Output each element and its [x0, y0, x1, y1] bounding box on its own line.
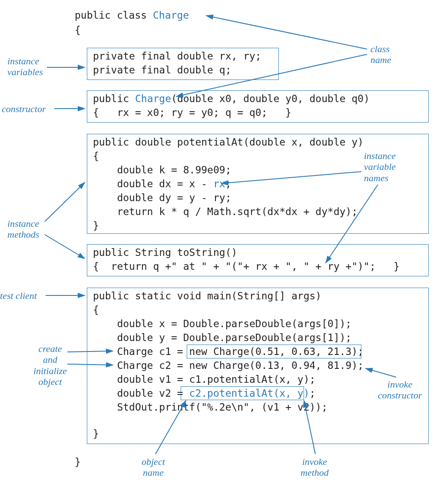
main-l4: Charge c2 = new Charge(0.13, 0.94, 81.9)…: [93, 360, 364, 371]
label-invoke-method: invokemethod: [301, 456, 329, 478]
tostring-body: { return q +" at " + "("+ rx + ", " + ry…: [93, 261, 400, 272]
open-brace: {: [75, 24, 81, 36]
main-close: }: [93, 428, 99, 439]
main-open: {: [93, 304, 99, 315]
new-charge-box: [187, 345, 361, 358]
constructor-sig: public Charge(double x0, double y0, doub…: [93, 93, 370, 104]
main-l1: double x = Double.parseDouble(args[0]);: [93, 318, 351, 329]
label-instance-variables: instancevariables: [7, 56, 43, 78]
label-instance-methods: instancemethods: [7, 218, 39, 240]
potential-l3: double dy = y - ry;: [93, 192, 231, 203]
public-class-text: public class: [75, 10, 153, 21]
label-instance-variable-names: instancevariablenames: [364, 150, 396, 183]
label-create-initialize: createandinitializeobject: [33, 343, 67, 387]
class-name-token: Charge: [153, 10, 189, 21]
c2-call-box: [181, 386, 304, 400]
potential-open: {: [93, 150, 99, 162]
close-brace: }: [75, 456, 81, 468]
rx-token: rx: [213, 178, 225, 189]
constructor-body: { rx = x0; ry = y0; q = q0; }: [93, 107, 291, 118]
svg-line-5: [45, 235, 85, 259]
svg-line-1: [206, 16, 367, 49]
label-constructor: constructor: [2, 103, 46, 114]
potential-sig: public double potentialAt(double x, doub…: [93, 136, 364, 148]
constructor-name-token: Charge: [135, 93, 171, 104]
ivar-line1: private final double rx, ry;: [93, 50, 261, 62]
label-invoke-constructor: invokeconstructor: [378, 379, 422, 401]
label-test-client: test client: [0, 290, 37, 301]
potential-l2: double dx = x - rx;: [93, 178, 231, 189]
potential-close: }: [93, 220, 99, 231]
main-l5: double v1 = c1.potentialAt(x, y);: [93, 374, 315, 385]
svg-line-4: [45, 182, 85, 222]
main-l7: StdOut.printf("%.2e\n", (v1 + v2));: [93, 401, 327, 413]
label-class-name: classname: [370, 43, 391, 66]
class-decl-line: public class Charge: [75, 10, 189, 21]
potential-l1: double k = 8.99e09;: [93, 164, 231, 176]
label-object-name: objectname: [142, 456, 165, 478]
ivar-line2: private final double q;: [93, 64, 231, 76]
main-sig: public static void main(String[] args): [93, 290, 321, 302]
potential-l4: return k * q / Math.sqrt(dx*dx + dy*dy);: [93, 206, 357, 217]
tostring-sig: public String toString(): [93, 247, 237, 258]
main-l2: double y = Double.parseDouble(args[1]);: [93, 332, 351, 343]
